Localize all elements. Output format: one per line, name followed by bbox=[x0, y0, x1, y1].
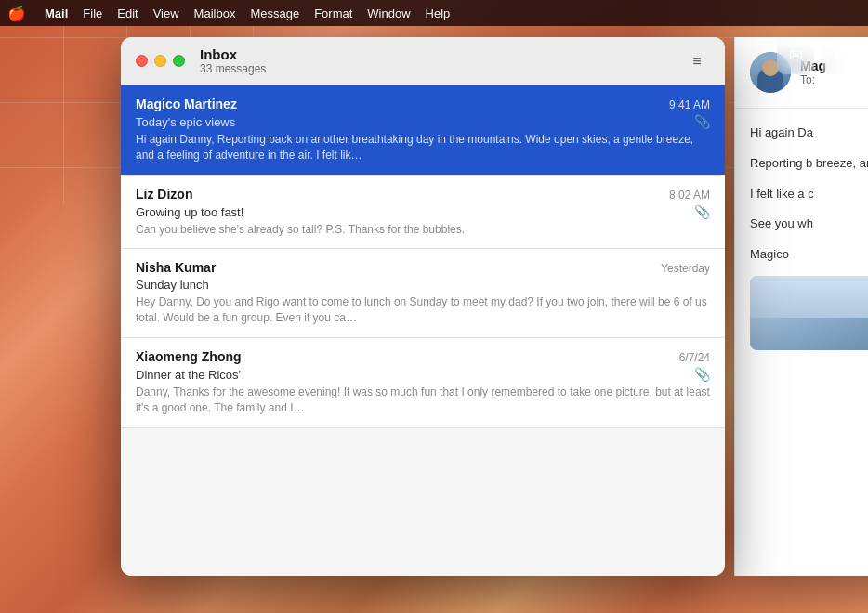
message-to-label: To: bbox=[800, 73, 826, 86]
email-subject: Sunday lunch bbox=[136, 278, 209, 292]
message-paragraph-1: Hi again Da bbox=[750, 124, 868, 143]
email-preview: Can you believe she's already so tall? P… bbox=[136, 222, 710, 238]
attachment-icon: 📎 bbox=[694, 204, 710, 219]
title-info: Inbox 33 messages bbox=[200, 46, 684, 75]
email-item-1[interactable]: Magico Martinez 9:41 AM Today's epic vie… bbox=[121, 85, 725, 176]
message-count: 33 messages bbox=[200, 62, 684, 75]
message-paragraph-5: Magico bbox=[750, 245, 868, 265]
apple-menu-icon[interactable]: 🍎 bbox=[7, 5, 26, 22]
menubar-item-edit[interactable]: Edit bbox=[110, 5, 145, 22]
email-row1: Magico Martinez 9:41 AM bbox=[136, 97, 710, 111]
email-time: 9:41 AM bbox=[669, 98, 710, 111]
compose-icon: ✏ bbox=[834, 46, 848, 66]
attachment-icon: 📎 bbox=[694, 114, 710, 129]
message-paragraph-4: See you wh bbox=[750, 215, 868, 234]
menubar-item-mail[interactable]: Mail bbox=[37, 5, 75, 22]
toolbar-right: ✉ ✏ bbox=[777, 37, 859, 74]
menubar: 🍎 Mail File Edit View Mailbox Message Fo… bbox=[0, 0, 868, 26]
email-sender: Liz Dizon bbox=[136, 187, 192, 202]
menubar-item-message[interactable]: Message bbox=[243, 5, 307, 22]
new-mail-button[interactable]: ✉ bbox=[777, 37, 814, 74]
email-sender: Magico Martinez bbox=[136, 97, 237, 111]
email-row1: Nisha Kumar Yesterday bbox=[136, 260, 710, 275]
email-row2: Growing up too fast! 📎 bbox=[136, 204, 710, 219]
message-panel: Mag To: Hi again Da Reporting b breeze, … bbox=[734, 37, 868, 576]
menubar-item-format[interactable]: Format bbox=[307, 5, 360, 22]
titlebar: Inbox 33 messages ≡ bbox=[121, 37, 725, 85]
email-time: Yesterday bbox=[661, 262, 710, 275]
message-paragraph-3: I felt like a c bbox=[750, 185, 868, 204]
email-item-4[interactable]: Xiaomeng Zhong 6/7/24 Dinner at the Rico… bbox=[121, 338, 725, 428]
maximize-button[interactable] bbox=[173, 55, 185, 67]
email-row1: Xiaomeng Zhong 6/7/24 bbox=[136, 349, 710, 364]
menubar-item-file[interactable]: File bbox=[75, 5, 110, 22]
close-button[interactable] bbox=[136, 55, 148, 67]
email-preview: Hi again Danny, Reporting back on anothe… bbox=[136, 132, 710, 163]
menubar-item-view[interactable]: View bbox=[146, 5, 187, 22]
email-time: 6/7/24 bbox=[679, 351, 710, 364]
titlebar-actions: ≡ bbox=[684, 48, 710, 74]
email-list[interactable]: Magico Martinez 9:41 AM Today's epic vie… bbox=[121, 85, 725, 576]
message-photo bbox=[750, 276, 868, 350]
minimize-button[interactable] bbox=[154, 55, 166, 67]
email-time: 8:02 AM bbox=[669, 189, 710, 202]
compose-button[interactable]: ✏ bbox=[822, 37, 859, 74]
message-paragraph-2: Reporting b breeze, and bbox=[750, 154, 868, 174]
email-sender: Xiaomeng Zhong bbox=[136, 349, 242, 364]
email-subject: Growing up too fast! bbox=[136, 205, 243, 219]
email-row1: Liz Dizon 8:02 AM bbox=[136, 187, 710, 202]
email-row2: Today's epic views 📎 bbox=[136, 114, 710, 129]
email-preview: Hey Danny, Do you and Rigo want to come … bbox=[136, 294, 710, 326]
email-row2: Sunday lunch bbox=[136, 278, 710, 292]
email-subject: Today's epic views bbox=[136, 115, 235, 129]
menubar-item-help[interactable]: Help bbox=[418, 5, 458, 22]
filter-button[interactable]: ≡ bbox=[684, 48, 710, 74]
mail-icon: ✉ bbox=[789, 46, 803, 66]
email-row2: Dinner at the Ricos' 📎 bbox=[136, 367, 710, 382]
attachment-icon: 📎 bbox=[694, 367, 710, 382]
email-item-3[interactable]: Nisha Kumar Yesterday Sunday lunch Hey D… bbox=[121, 249, 725, 338]
menubar-item-window[interactable]: Window bbox=[360, 5, 417, 22]
email-item-2[interactable]: Liz Dizon 8:02 AM Growing up too fast! 📎… bbox=[121, 176, 725, 250]
email-subject: Dinner at the Ricos' bbox=[136, 368, 241, 382]
mail-window: Inbox 33 messages ≡ Magico Martinez 9:41… bbox=[121, 37, 725, 576]
traffic-lights bbox=[136, 55, 185, 67]
email-preview: Danny, Thanks for the awesome evening! I… bbox=[136, 385, 710, 416]
mailbox-title: Inbox bbox=[200, 46, 684, 62]
menubar-item-mailbox[interactable]: Mailbox bbox=[187, 5, 243, 22]
filter-icon: ≡ bbox=[692, 53, 701, 70]
mail-body: Magico Martinez 9:41 AM Today's epic vie… bbox=[121, 85, 725, 576]
email-sender: Nisha Kumar bbox=[136, 260, 216, 275]
message-body: Hi again Da Reporting b breeze, and I fe… bbox=[735, 109, 868, 372]
